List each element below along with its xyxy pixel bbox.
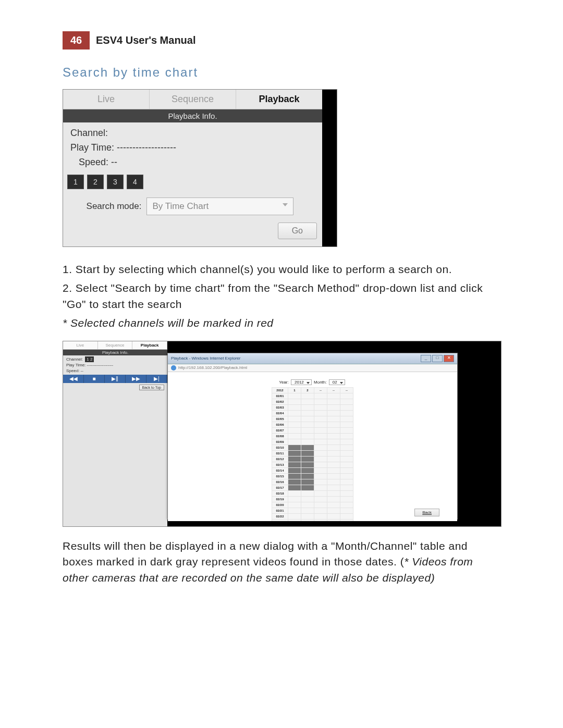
chart-cell[interactable] (340, 439, 353, 445)
chart-cell[interactable] (340, 393, 353, 399)
chart-cell[interactable] (327, 462, 340, 467)
chart-cell[interactable] (301, 399, 314, 404)
chart-cell[interactable] (301, 445, 314, 450)
chart-cell[interactable] (327, 422, 340, 427)
chart-cell[interactable] (314, 467, 327, 473)
chart-cell[interactable] (301, 479, 314, 485)
chart-cell[interactable] (327, 393, 340, 399)
chart-cell[interactable] (301, 496, 314, 502)
chart-cell[interactable] (327, 467, 340, 473)
chart-cell[interactable] (327, 490, 340, 496)
back-button[interactable]: Back (414, 509, 439, 516)
back-to-top-button[interactable]: Back to Top (139, 385, 164, 390)
chart-cell[interactable] (340, 462, 353, 467)
chart-cell[interactable] (314, 513, 327, 519)
chart-cell[interactable] (288, 450, 301, 456)
chart-cell[interactable] (327, 439, 340, 445)
window-minimize-icon[interactable]: _ (421, 355, 431, 362)
chart-cell[interactable] (288, 445, 301, 450)
chart-cell[interactable] (327, 416, 340, 422)
chart-cell[interactable] (314, 519, 327, 521)
chart-cell[interactable] (340, 508, 353, 513)
chart-cell[interactable] (288, 462, 301, 467)
chart-cell[interactable] (340, 519, 353, 521)
window-maximize-icon[interactable]: □ (432, 355, 443, 362)
chart-cell[interactable] (314, 393, 327, 399)
tab-live[interactable]: Live (63, 90, 150, 109)
chart-cell[interactable] (340, 399, 353, 404)
chart-cell[interactable] (340, 433, 353, 439)
chart-cell[interactable] (301, 519, 314, 521)
chart-cell[interactable] (340, 450, 353, 456)
channel-btn-4[interactable]: 4 (127, 175, 143, 189)
chart-cell[interactable] (301, 513, 314, 519)
chart-cell[interactable] (288, 422, 301, 427)
rewind-icon[interactable]: ◀◀ (63, 375, 84, 383)
chart-cell[interactable] (314, 456, 327, 462)
chart-cell[interactable] (327, 445, 340, 450)
channel-btn-3[interactable]: 3 (107, 175, 124, 189)
chart-cell[interactable] (340, 456, 353, 462)
chart-cell[interactable] (327, 456, 340, 462)
chart-cell[interactable] (340, 496, 353, 502)
url-bar[interactable]: http://192.168.102.200/Playback.html (168, 364, 457, 372)
chart-cell[interactable] (327, 513, 340, 519)
chart-cell[interactable] (288, 433, 301, 439)
chart-cell[interactable] (327, 399, 340, 404)
chart-cell[interactable] (288, 416, 301, 422)
chart-cell[interactable] (314, 508, 327, 513)
chart-cell[interactable] (314, 473, 327, 479)
chart-cell[interactable] (327, 427, 340, 433)
tab-playback[interactable]: Playback (236, 90, 322, 109)
chart-cell[interactable] (314, 445, 327, 450)
chart-cell[interactable] (327, 404, 340, 410)
chart-cell[interactable] (314, 439, 327, 445)
chart-cell[interactable] (288, 479, 301, 485)
chart-cell[interactable] (340, 479, 353, 485)
chart-cell[interactable] (301, 433, 314, 439)
chart-cell[interactable] (301, 416, 314, 422)
chart-cell[interactable] (314, 479, 327, 485)
chart-cell[interactable] (327, 496, 340, 502)
chart-cell[interactable] (314, 416, 327, 422)
chart-cell[interactable] (327, 485, 340, 490)
chart-cell[interactable] (340, 467, 353, 473)
chart-cell[interactable] (301, 422, 314, 427)
chart-cell[interactable] (301, 450, 314, 456)
chart-cell[interactable] (314, 485, 327, 490)
chart-cell[interactable] (340, 410, 353, 416)
chart-cell[interactable] (288, 485, 301, 490)
chart-cell[interactable] (288, 427, 301, 433)
search-mode-select[interactable]: By Time Chart (146, 198, 293, 215)
chart-cell[interactable] (288, 393, 301, 399)
stop-icon[interactable]: ■ (84, 375, 105, 383)
chart-cell[interactable] (327, 450, 340, 456)
chart-cell[interactable] (340, 416, 353, 422)
chart-cell[interactable] (340, 485, 353, 490)
chart-cell[interactable] (314, 410, 327, 416)
chart-cell[interactable] (314, 502, 327, 508)
chart-cell[interactable] (327, 433, 340, 439)
chart-cell[interactable] (288, 508, 301, 513)
chart-cell[interactable] (288, 404, 301, 410)
chart-cell[interactable] (340, 490, 353, 496)
play-pause-icon[interactable]: ▶‖ (105, 375, 126, 383)
step-fwd-icon[interactable]: ▶| (146, 375, 167, 383)
chart-cell[interactable] (301, 502, 314, 508)
chart-cell[interactable] (301, 439, 314, 445)
chart-cell[interactable] (288, 496, 301, 502)
chart-cell[interactable] (301, 473, 314, 479)
tab-sequence[interactable]: Sequence (150, 90, 236, 109)
chart-cell[interactable] (314, 422, 327, 427)
chart-cell[interactable] (301, 490, 314, 496)
mini-tab-sequence[interactable]: Sequence (98, 341, 133, 349)
chart-cell[interactable] (301, 467, 314, 473)
chart-cell[interactable] (340, 427, 353, 433)
chart-cell[interactable] (301, 427, 314, 433)
chart-cell[interactable] (327, 479, 340, 485)
chart-cell[interactable] (314, 450, 327, 456)
chart-cell[interactable] (301, 462, 314, 467)
chart-cell[interactable] (314, 496, 327, 502)
chart-cell[interactable] (340, 422, 353, 427)
chart-cell[interactable] (327, 410, 340, 416)
